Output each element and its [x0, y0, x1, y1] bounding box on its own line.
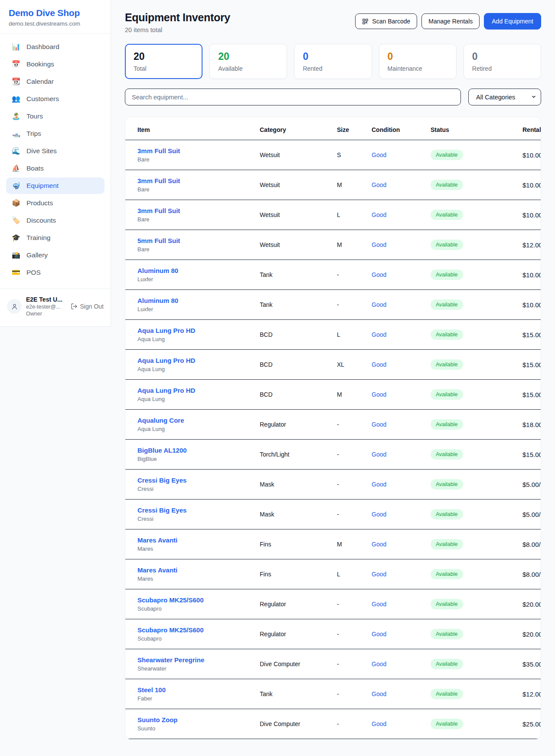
category-cell: Wetsuit: [260, 181, 337, 188]
item-brand: Scubapro: [137, 635, 260, 642]
sign-out-button[interactable]: Sign Out: [71, 303, 104, 310]
item-name-link[interactable]: Aqua Lung Pro HD: [137, 387, 260, 394]
condition-link[interactable]: Good: [372, 601, 431, 608]
item-cell: Cressi Big Eyes Cressi: [137, 506, 260, 522]
condition-link[interactable]: Good: [372, 211, 431, 218]
tag-icon: 🏷️: [11, 217, 21, 224]
size-cell: -: [337, 631, 372, 638]
stat-card-available[interactable]: 20 Available: [209, 44, 287, 79]
item-brand: Cressi: [137, 486, 260, 492]
manage-rentals-button[interactable]: Manage Rentals: [421, 13, 480, 29]
sidebar-item-training[interactable]: 🎓 Training: [6, 230, 104, 246]
item-name-link[interactable]: Aluminum 80: [137, 297, 260, 304]
item-name-link[interactable]: BigBlue AL1200: [137, 447, 260, 454]
sidebar-item-equipment[interactable]: 🤿 Equipment: [6, 177, 104, 194]
condition-link[interactable]: Good: [372, 181, 431, 188]
condition-link[interactable]: Good: [372, 271, 431, 278]
condition-link[interactable]: Good: [372, 511, 431, 518]
item-name-link[interactable]: Aqualung Core: [137, 417, 260, 424]
condition-link[interactable]: Good: [372, 481, 431, 488]
item-cell: Aluminum 80 Luxfer: [137, 267, 260, 283]
sidebar-item-customers[interactable]: 👥 Customers: [6, 91, 104, 107]
item-name-link[interactable]: Scubapro MK25/S600: [137, 626, 260, 634]
category-cell: Torch/Light: [260, 451, 337, 458]
item-name-link[interactable]: 3mm Full Suit: [137, 177, 260, 184]
item-name-link[interactable]: Cressi Big Eyes: [137, 506, 260, 514]
sidebar-item-calendar[interactable]: 📆 Calendar: [6, 73, 104, 90]
status-cell: Available: [431, 689, 522, 699]
bar-chart-icon: 📊: [11, 43, 21, 50]
condition-link[interactable]: Good: [372, 661, 431, 667]
category-cell: Mask: [260, 481, 337, 488]
size-cell: M: [337, 181, 372, 188]
island-icon: 🏝️: [11, 113, 21, 120]
item-cell: Aqualung Core Aqua Lung: [137, 417, 260, 432]
size-cell: XL: [337, 361, 372, 368]
item-cell: Aqua Lung Pro HD Aqua Lung: [137, 357, 260, 372]
size-cell: M: [337, 391, 372, 398]
condition-link[interactable]: Good: [372, 331, 431, 338]
item-name-link[interactable]: 5mm Full Suit: [137, 237, 260, 244]
condition-link[interactable]: Good: [372, 421, 431, 428]
item-name-link[interactable]: Mares Avanti: [137, 566, 260, 574]
condition-link[interactable]: Good: [372, 241, 431, 248]
stat-card-rented[interactable]: 0 Rented: [294, 44, 372, 79]
status-badge: Available: [431, 569, 463, 579]
item-name-link[interactable]: Aqua Lung Pro HD: [137, 327, 260, 334]
category-cell: Tank: [260, 301, 337, 308]
item-cell: Scubapro MK25/S600 Scubapro: [137, 626, 260, 642]
status-cell: Available: [431, 210, 522, 220]
sidebar-item-bookings[interactable]: 📅 Bookings: [6, 56, 104, 72]
condition-link[interactable]: Good: [372, 720, 431, 727]
condition-link[interactable]: Good: [372, 301, 431, 308]
item-name-link[interactable]: Aqua Lung Pro HD: [137, 357, 260, 364]
category-select[interactable]: All Categories: [468, 89, 541, 105]
sidebar-item-pos[interactable]: 💳 POS: [6, 264, 104, 281]
stat-card-retired[interactable]: 0 Retired: [464, 44, 541, 79]
item-name-link[interactable]: Scubapro MK25/S600: [137, 596, 260, 604]
sidebar-item-dashboard[interactable]: 📊 Dashboard: [6, 39, 104, 55]
add-equipment-label: Add Equipment: [492, 18, 533, 25]
user-email: e2e-tester@...: [26, 304, 66, 310]
sidebar-item-discounts[interactable]: 🏷️ Discounts: [6, 212, 104, 229]
condition-link[interactable]: Good: [372, 541, 431, 548]
sidebar-item-tours[interactable]: 🏝️ Tours: [6, 108, 104, 125]
package-icon: 📦: [11, 200, 21, 207]
condition-link[interactable]: Good: [372, 151, 431, 158]
condition-link[interactable]: Good: [372, 631, 431, 638]
stat-card-maintenance[interactable]: 0 Maintenance: [379, 44, 457, 79]
item-name-link[interactable]: Mares Avanti: [137, 536, 260, 544]
item-name-link[interactable]: Aluminum 80: [137, 267, 260, 274]
sidebar-item-products[interactable]: 📦 Products: [6, 195, 104, 211]
item-name-link[interactable]: 3mm Full Suit: [137, 147, 260, 154]
rental-cell: $20.00/day: [522, 601, 541, 608]
search-input[interactable]: [125, 89, 461, 105]
item-brand: Aqua Lung: [137, 426, 260, 432]
scan-barcode-button[interactable]: Scan Barcode: [355, 13, 417, 29]
stat-card-total[interactable]: 20 Total: [125, 44, 202, 79]
condition-link[interactable]: Good: [372, 571, 431, 578]
item-name-link[interactable]: 3mm Full Suit: [137, 207, 260, 214]
status-badge: Available: [431, 329, 463, 340]
category-cell: BCD: [260, 391, 337, 398]
item-name-link[interactable]: Suunto Zoop: [137, 716, 260, 723]
item-name-link[interactable]: Shearwater Peregrine: [137, 656, 260, 664]
item-name-link[interactable]: Cressi Big Eyes: [137, 477, 260, 484]
sidebar-item-dive-sites[interactable]: 🌊 Dive Sites: [6, 143, 104, 159]
table-row: Mares Avanti Mares Fins M Good Available…: [125, 529, 541, 559]
sidebar-item-boats[interactable]: ⛵ Boats: [6, 160, 104, 177]
brand-name[interactable]: Demo Dive Shop: [9, 8, 102, 18]
condition-link[interactable]: Good: [372, 690, 431, 697]
condition-link[interactable]: Good: [372, 361, 431, 368]
sidebar-item-gallery[interactable]: 📸 Gallery: [6, 247, 104, 263]
nav-label: Trips: [26, 130, 41, 138]
status-cell: Available: [431, 479, 522, 490]
brand-domain: demo.test.divestreams.com: [9, 20, 102, 27]
sidebar-item-trips[interactable]: 🛥️ Trips: [6, 125, 104, 142]
condition-link[interactable]: Good: [372, 391, 431, 398]
nav-label: Equipment: [26, 182, 59, 190]
item-name-link[interactable]: Steel 100: [137, 686, 260, 694]
condition-link[interactable]: Good: [372, 451, 431, 458]
add-equipment-button[interactable]: Add Equipment: [484, 13, 541, 30]
rental-cell: $18.00/day: [522, 421, 541, 428]
